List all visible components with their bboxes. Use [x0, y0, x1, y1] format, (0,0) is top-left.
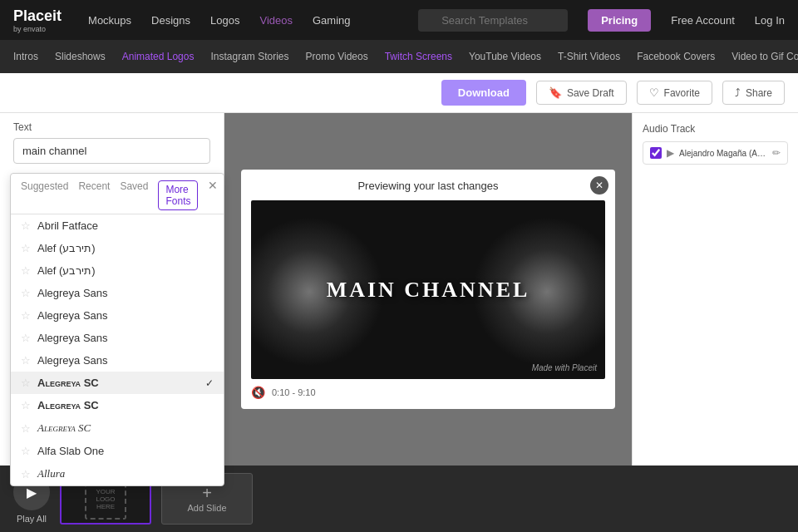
close-icon[interactable]: ✕ — [208, 179, 218, 192]
font-picker-header: Suggested Recent Saved More Fonts ✕ — [11, 174, 224, 214]
edit-icon[interactable]: ✏ — [772, 147, 781, 159]
heart-icon: ♡ — [649, 86, 659, 99]
subnav-gif[interactable]: Video to Gif Converter — [732, 51, 798, 62]
font-name: Alegreya SC — [37, 421, 214, 435]
star-icon[interactable]: ☆ — [21, 468, 31, 480]
subnav-youtube[interactable]: YouTube Videos — [469, 51, 541, 62]
star-icon[interactable]: ☆ — [21, 287, 31, 299]
nav-logos[interactable]: Logos — [210, 14, 239, 27]
subnav-twitch[interactable]: Twitch Screens — [385, 51, 452, 62]
star-icon[interactable]: ☆ — [21, 242, 31, 254]
free-account-link[interactable]: Free Account — [671, 14, 735, 27]
main-content: Text Slide 1 Suggested Recent Saved More… — [0, 113, 798, 466]
font-tab-more[interactable]: More Fonts — [158, 180, 198, 210]
subnav-slideshows[interactable]: Slideshows — [55, 51, 106, 62]
font-name: Alef (תירבע) — [37, 242, 214, 254]
font-item-0[interactable]: ☆ Abril Fatface — [11, 214, 224, 237]
star-icon[interactable]: ☆ — [21, 309, 31, 322]
font-tab-suggested[interactable]: Suggested — [21, 180, 68, 214]
subnav-intros[interactable]: Intros — [13, 51, 38, 62]
top-navigation: Placeit by envato Mockups Designs Logos … — [0, 0, 798, 40]
font-item-4[interactable]: ☆ Alegreya Sans — [11, 304, 224, 327]
preview-video: MAIN CHANNEL Made with Placeit — [251, 200, 605, 379]
font-list: ☆ Abril Fatface ☆ Alef (תירבע) ☆ Alef (ת… — [11, 214, 224, 485]
slide-area: Previewing your last changes ✕ MAIN CHAN… — [224, 113, 632, 466]
preview-title: Previewing your last changes — [251, 180, 605, 192]
watermark: Made with Placeit — [532, 363, 597, 372]
nav-mockups[interactable]: Mockups — [88, 14, 131, 27]
logo[interactable]: Placeit by envato — [13, 7, 62, 33]
checkmark-icon: ✓ — [205, 377, 214, 389]
star-icon[interactable]: ☆ — [21, 399, 31, 411]
text-field-label: Text — [0, 113, 224, 138]
font-item-1[interactable]: ☆ Alef (תירבע) — [11, 237, 224, 259]
subnav-animated-logos[interactable]: Animated Logos — [122, 51, 195, 62]
font-name: Alfa Slab One — [37, 445, 214, 457]
share-button[interactable]: ⤴ Share — [722, 81, 785, 105]
font-item-3[interactable]: ☆ Alegreya Sans — [11, 282, 224, 304]
font-picker-dropdown: Suggested Recent Saved More Fonts ✕ ☆ Ab… — [10, 173, 224, 486]
font-item-5[interactable]: ☆ Alegreya Sans — [11, 327, 224, 349]
font-item-7[interactable]: ☆ Alegreya SC ✓ — [11, 372, 224, 394]
font-tab-saved[interactable]: Saved — [120, 180, 148, 214]
star-icon[interactable]: ☆ — [21, 332, 31, 344]
save-icon: 🔖 — [549, 86, 562, 99]
save-draft-label: Save Draft — [567, 87, 614, 99]
font-item-8[interactable]: ☆ Alegreya SC — [11, 394, 224, 416]
star-icon[interactable]: ☆ — [21, 264, 31, 277]
font-name: Alegreya Sans — [37, 332, 214, 344]
favorite-label: Favorite — [664, 87, 700, 99]
sub-navigation: Intros Slideshows Animated Logos Instagr… — [0, 40, 798, 73]
audio-track-name: Alejandro Magaña (A. M.) - Min... — [679, 149, 767, 158]
audio-track-label: Audio Track — [643, 123, 788, 135]
preview-box: Previewing your last changes ✕ MAIN CHAN… — [241, 170, 615, 409]
subnav-instagram[interactable]: Instagram Stories — [210, 51, 288, 62]
nav-videos[interactable]: Videos — [259, 14, 293, 27]
login-link[interactable]: Log In — [755, 14, 785, 27]
play-icon[interactable]: ▶ — [667, 147, 674, 159]
share-icon: ⤴ — [735, 86, 741, 99]
logo-sub: by envato — [13, 25, 62, 33]
font-item-2[interactable]: ☆ Alef (תירבע) — [11, 259, 224, 282]
star-icon[interactable]: ☆ — [21, 377, 31, 389]
subnav-facebook[interactable]: Facebook Covers — [637, 51, 715, 62]
time-display: 0:10 - 9:10 — [272, 387, 316, 397]
font-item-6[interactable]: ☆ Alegreya Sans — [11, 349, 224, 372]
star-icon[interactable]: ☆ — [21, 219, 31, 232]
add-slide-label: Add Slide — [187, 503, 226, 513]
plus-icon: + — [202, 485, 212, 501]
font-item-9[interactable]: ☆ Alegreya SC — [11, 416, 224, 440]
close-preview-button[interactable]: ✕ — [590, 176, 608, 195]
favorite-button[interactable]: ♡ Favorite — [637, 81, 712, 105]
download-button[interactable]: Download — [441, 80, 526, 106]
nav-gaming[interactable]: Gaming — [313, 14, 351, 27]
font-item-11[interactable]: ☆ Allura — [11, 462, 224, 485]
nav-designs[interactable]: Designs — [151, 14, 190, 27]
mute-button[interactable]: 🔇 — [251, 386, 265, 399]
star-icon[interactable]: ☆ — [21, 354, 31, 367]
right-panel: Audio Track ▶ Alejandro Magaña (A. M.) -… — [632, 113, 798, 466]
text-input[interactable] — [13, 138, 210, 164]
save-draft-button[interactable]: 🔖 Save Draft — [536, 81, 627, 105]
search-wrapper: 🔍 — [418, 9, 568, 32]
pricing-button[interactable]: Pricing — [588, 9, 651, 32]
left-panel: Text Slide 1 Suggested Recent Saved More… — [0, 113, 224, 466]
font-name: Alegreya SC — [37, 399, 214, 411]
font-name: Abril Fatface — [37, 219, 214, 232]
audio-checkbox[interactable] — [650, 147, 662, 159]
font-item-10[interactable]: ☆ Alfa Slab One — [11, 440, 224, 462]
font-tab-recent[interactable]: Recent — [78, 180, 110, 214]
font-name: Alegreya Sans — [37, 287, 214, 299]
logo-text: Placeit — [13, 7, 62, 25]
star-icon[interactable]: ☆ — [21, 445, 31, 457]
font-name: Alef (תירבע) — [37, 264, 214, 277]
play-all-label: Play All — [17, 514, 47, 524]
star-icon[interactable]: ☆ — [21, 422, 31, 435]
subnav-tshirt[interactable]: T-Shirt Videos — [558, 51, 620, 62]
preview-modal: Previewing your last changes ✕ MAIN CHAN… — [224, 113, 632, 466]
subnav-promo[interactable]: Promo Videos — [306, 51, 368, 62]
search-input[interactable] — [418, 9, 568, 32]
video-text: MAIN CHANNEL — [327, 278, 530, 303]
main-toolbar: Download 🔖 Save Draft ♡ Favorite ⤴ Share — [0, 73, 798, 113]
preview-controls: 🔇 0:10 - 9:10 — [251, 386, 605, 399]
